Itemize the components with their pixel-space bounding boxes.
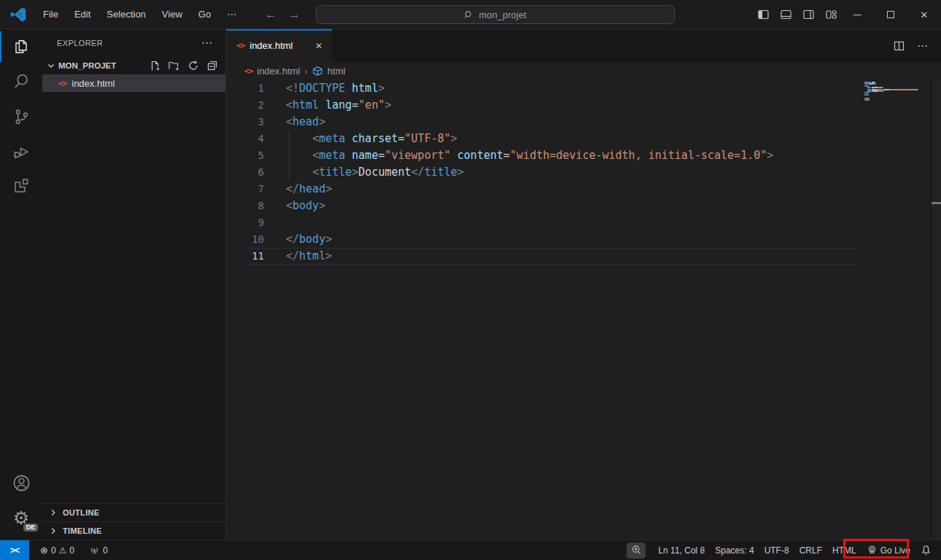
ports-status[interactable]: 0 (84, 540, 113, 560)
html-file-icon: <> (58, 79, 66, 88)
zoom-in-icon (631, 545, 642, 556)
command-center-search[interactable]: mon_projet (316, 5, 675, 24)
warning-count: 0 (69, 545, 74, 556)
remote-indicator[interactable]: >< (0, 540, 29, 560)
file-item-index-html[interactable]: <> index.html (42, 74, 225, 92)
remote-icon: >< (10, 545, 19, 556)
breadcrumb: <> index.html › html (226, 62, 941, 80)
ports-count: 0 (103, 545, 108, 556)
outline-section[interactable]: OUTLINE (42, 503, 225, 521)
zoom-indicator[interactable] (627, 542, 646, 559)
minimap[interactable] (864, 82, 930, 101)
activity-settings[interactable]: ⚙ DE (0, 500, 42, 535)
back-arrow-icon[interactable]: ← (265, 8, 276, 21)
project-name: MON_PROJET (58, 61, 149, 70)
tab-bar: <> index.html ✕ ⋯ (226, 29, 941, 62)
run-debug-icon (12, 142, 31, 161)
broadcast-icon (867, 545, 878, 556)
collapse-all-icon[interactable] (206, 60, 218, 71)
timeline-section[interactable]: TIMELINE (42, 521, 225, 540)
activity-source-control[interactable] (0, 99, 42, 134)
activity-explorer[interactable] (0, 29, 42, 64)
code-line[interactable]: 1<!DOCTYPE html> (226, 80, 859, 97)
tab-close-icon[interactable]: ✕ (313, 40, 325, 52)
breadcrumb-file[interactable]: index.html (257, 66, 300, 77)
refresh-icon[interactable] (187, 60, 199, 71)
customize-layout-icon[interactable] (825, 9, 837, 20)
chevron-right-icon (48, 526, 58, 536)
editor-more-actions-icon[interactable]: ⋯ (917, 39, 928, 52)
language-mode[interactable]: HTML (827, 540, 861, 560)
code-line[interactable]: 9 (226, 214, 859, 231)
explorer-title: EXPLORER (57, 39, 197, 47)
files-icon (12, 37, 31, 56)
indentation[interactable]: Spaces: 4 (710, 540, 759, 560)
indentation-label: Spaces: 4 (715, 545, 754, 556)
scrollbar[interactable] (931, 80, 941, 540)
toggle-secondary-sidebar-icon[interactable] (802, 9, 815, 20)
editor-group: <> index.html ✕ ⋯ <> index.html › html 1… (226, 29, 941, 540)
html-file-icon: <> (244, 66, 252, 76)
maximize-button[interactable] (874, 0, 907, 29)
code-line[interactable]: 6 <title>Document</title> (226, 164, 859, 181)
tab-label: index.html (249, 40, 308, 51)
breadcrumb-separator-icon: › (305, 66, 308, 77)
language-label: HTML (832, 545, 856, 556)
menu-view[interactable]: View (154, 4, 190, 24)
menu-more[interactable]: ⋯ (219, 4, 244, 24)
menu-file[interactable]: File (35, 4, 66, 24)
notifications-button[interactable] (915, 540, 937, 560)
activity-extensions[interactable] (0, 169, 42, 204)
timeline-label: TIMELINE (63, 526, 102, 535)
activity-search[interactable] (0, 64, 42, 99)
title-bar: File Edit Selection View Go ⋯ ← → mon_pr… (0, 0, 941, 29)
project-folder-row[interactable]: MON_PROJET (42, 57, 225, 74)
activity-account[interactable] (0, 465, 42, 500)
forward-arrow-icon[interactable]: → (288, 8, 300, 21)
code-line[interactable]: 4 <meta charset="UTF-8"> (226, 131, 859, 147)
html-file-icon: <> (236, 41, 244, 50)
account-icon (12, 473, 31, 493)
code-editor[interactable]: 1<!DOCTYPE html>2<html lang="en">3<head>… (226, 80, 941, 540)
cursor-position[interactable]: Ln 11, Col 8 (653, 540, 710, 560)
encoding[interactable]: UTF-8 (759, 540, 794, 560)
eol-sequence[interactable]: CRLF (794, 540, 827, 560)
error-icon: ⊗ (40, 545, 48, 556)
chevron-down-icon (45, 60, 57, 71)
toggle-panel-icon[interactable] (780, 9, 792, 20)
code-line[interactable]: 8<body> (226, 198, 859, 214)
close-icon: ✕ (921, 9, 929, 20)
vscode-logo-icon (10, 7, 26, 23)
go-live-button[interactable]: Go Live (861, 540, 915, 560)
code-line[interactable]: 5 <meta name="viewport" content="width=d… (226, 147, 859, 164)
menu-selection[interactable]: Selection (98, 4, 153, 24)
explorer-more-actions-icon[interactable]: ⋯ (197, 35, 217, 51)
search-icon (464, 10, 473, 20)
new-file-icon[interactable] (149, 60, 160, 71)
radio-tower-icon (89, 545, 100, 556)
menu-edit[interactable]: Edit (66, 4, 98, 24)
explorer-sidebar: EXPLORER ⋯ MON_PROJET (42, 29, 226, 540)
code-line[interactable]: 2<html lang="en"> (226, 97, 859, 114)
new-folder-icon[interactable] (168, 60, 180, 71)
warning-icon: ⚠ (59, 545, 67, 556)
cursor-position-label: Ln 11, Col 8 (658, 545, 705, 556)
breadcrumb-symbol[interactable]: html (328, 66, 346, 77)
activity-bar: ⚙ DE (0, 29, 42, 540)
code-line[interactable]: 3<head> (226, 114, 859, 131)
code-line[interactable]: 7</head> (226, 181, 859, 198)
code-line[interactable]: 10</body> (226, 231, 859, 248)
minimize-button[interactable] (840, 0, 874, 29)
chevron-right-icon (48, 508, 58, 518)
file-item-label: index.html (71, 78, 115, 89)
code-line[interactable]: 11</html> (226, 248, 859, 265)
close-window-button[interactable]: ✕ (907, 0, 941, 29)
tab-index-html[interactable]: <> index.html ✕ (226, 29, 333, 62)
menu-go[interactable]: Go (190, 4, 219, 24)
source-control-icon (12, 107, 31, 126)
activity-run-debug[interactable] (0, 134, 42, 169)
split-editor-icon[interactable] (893, 40, 905, 52)
encoding-label: UTF-8 (764, 545, 789, 556)
problems-status[interactable]: ⊗ 0 ⚠ 0 (35, 540, 80, 560)
toggle-primary-sidebar-icon[interactable] (757, 9, 770, 20)
